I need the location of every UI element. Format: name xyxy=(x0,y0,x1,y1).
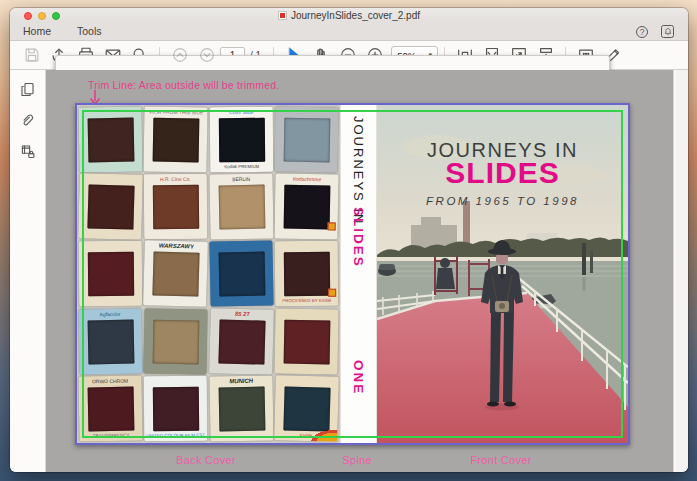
slide-mount xyxy=(78,173,143,240)
acrobat-window: JourneyInSlides_cover_2.pdf Home Tools J… xyxy=(10,8,688,472)
spine-volume: ONE xyxy=(351,360,366,395)
front-cover: JOURNEYS IN SLIDES FROM 1965 TO 1998 xyxy=(377,105,628,443)
cover-title-line2: SLIDES xyxy=(377,156,628,190)
slide-mount: Kodachrome xyxy=(274,174,338,240)
slide-mount: UNITED COLOUR FILM EST. xyxy=(144,376,208,442)
protection-icon[interactable] xyxy=(17,141,39,161)
document-viewport[interactable]: Trim Line: Area outside will be trimmed.… xyxy=(46,70,673,472)
slides-collage: VIEW FROM THIS SIDEColor SlideKodak PREM… xyxy=(77,105,340,443)
slide-mount xyxy=(78,106,142,172)
tab-tools[interactable]: Tools xyxy=(64,21,115,40)
slide-mount xyxy=(79,241,143,307)
slide-mount: ORWO CHROMTRANSPARENCY xyxy=(78,375,142,441)
trim-line-note: Trim Line: Area outside will be trimmed. xyxy=(88,79,279,91)
front-cover-label: Front Cover xyxy=(470,454,531,466)
slide-mount: H.R. Cine Co. xyxy=(144,174,208,240)
next-page-icon[interactable] xyxy=(193,44,220,67)
back-cover-label: Back Cover xyxy=(176,454,236,466)
slide-mount xyxy=(274,308,338,374)
slide-mount: MUNICH xyxy=(209,375,273,441)
help-icon[interactable]: ? xyxy=(636,26,648,38)
tab-bar: Home Tools JourneyInSlides_c... × ? xyxy=(10,22,688,41)
slide-mount: VIEW FROM THIS SIDE xyxy=(144,106,208,172)
slide-mount: BERLIN xyxy=(209,174,273,240)
spine: JOURNEYS IN SLIDES ONE xyxy=(340,105,377,443)
slide-mount: Agfacolor xyxy=(78,308,142,374)
spine-title-2: SLIDES xyxy=(351,207,366,268)
slide-mount: Kodak xyxy=(274,375,339,442)
slide-mount: WARSZAWY xyxy=(143,241,208,308)
right-panel-strip[interactable] xyxy=(673,70,688,472)
left-panel xyxy=(10,70,46,472)
spine-label: Spine xyxy=(342,454,372,466)
slide-mount: 85 2T xyxy=(209,308,274,375)
back-cover: VIEW FROM THIS SIDEColor SlideKodak PREM… xyxy=(77,105,340,443)
save-icon[interactable] xyxy=(18,44,45,67)
tab-home[interactable]: Home xyxy=(10,21,64,40)
pdf-page: VIEW FROM THIS SIDEColor SlideKodak PREM… xyxy=(75,103,630,445)
cover-subtitle: FROM 1965 TO 1998 xyxy=(377,195,628,207)
titlebar: JourneyInSlides_cover_2.pdf xyxy=(10,8,688,22)
notifications-bell-icon[interactable] xyxy=(661,25,674,38)
content-area: Trim Line: Area outside will be trimmed.… xyxy=(10,70,688,472)
slide-mount xyxy=(144,308,208,374)
desktop: JourneyInSlides_cover_2.pdf Home Tools J… xyxy=(0,0,697,481)
window-title: JourneyInSlides_cover_2.pdf xyxy=(291,10,420,21)
slide-mount: PROCESSED BY Kodak xyxy=(274,241,338,307)
attachments-icon[interactable] xyxy=(17,110,39,130)
slide-mount xyxy=(274,106,338,172)
pdf-file-icon xyxy=(278,11,287,20)
slide-mount: Color SlideKodak PREMIUM xyxy=(209,107,273,173)
previous-page-icon[interactable] xyxy=(166,44,193,67)
page-thumbnails-icon[interactable] xyxy=(17,79,39,99)
slide-mount xyxy=(209,241,273,307)
